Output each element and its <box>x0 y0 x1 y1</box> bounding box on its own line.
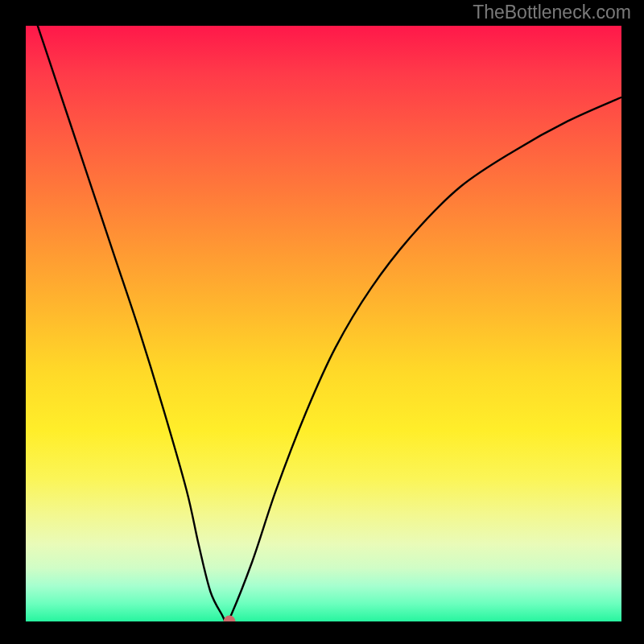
watermark-text: TheBottleneck.com <box>473 2 631 23</box>
bottleneck-curve <box>26 26 621 621</box>
plot-area <box>26 26 621 621</box>
chart-frame: TheBottleneck.com <box>0 0 644 644</box>
